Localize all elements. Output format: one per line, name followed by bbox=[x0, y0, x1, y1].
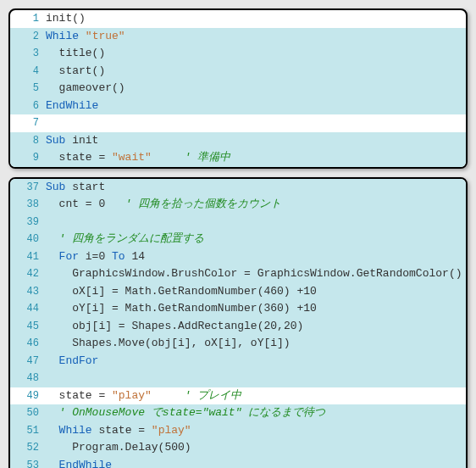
code-block-0: 1init()2While "true"3 title()4 start()5 … bbox=[8, 8, 468, 169]
code-line: 2While "true" bbox=[10, 28, 466, 46]
line-number: 5 bbox=[10, 81, 46, 98]
line-number: 43 bbox=[10, 284, 46, 301]
line-number: 38 bbox=[10, 197, 46, 214]
code-content bbox=[46, 114, 466, 131]
code-line: 38 cnt = 0 ' 四角を拾った個数をカウント bbox=[10, 196, 466, 214]
line-number: 53 bbox=[10, 458, 46, 469]
code-line: 46 Shapes.Move(obj[i], oX[i], oY[i]) bbox=[10, 335, 466, 353]
line-number: 45 bbox=[10, 319, 46, 336]
line-number: 49 bbox=[10, 388, 46, 405]
code-content: GraphicsWindow.BrushColor = GraphicsWind… bbox=[46, 265, 466, 282]
code-line: 50 ' OnMouseMove でstate="wait" になるまで待つ bbox=[10, 404, 466, 422]
code-line: 5 gameover() bbox=[10, 80, 466, 98]
code-content: Sub start bbox=[46, 179, 466, 196]
line-number: 48 bbox=[10, 370, 46, 387]
code-line: 52 Program.Delay(500) bbox=[10, 439, 466, 457]
code-line: 9 state = "wait" ' 準備中 bbox=[10, 149, 466, 167]
code-content: While state = "play" bbox=[46, 422, 466, 439]
code-line: 3 title() bbox=[10, 45, 466, 63]
code-content: start() bbox=[46, 63, 466, 80]
line-number: 52 bbox=[10, 440, 46, 457]
line-number: 3 bbox=[10, 46, 46, 63]
code-content: oX[i] = Math.GetRandomNumber(460) +10 bbox=[46, 283, 466, 300]
line-number: 47 bbox=[10, 354, 46, 370]
line-number: 39 bbox=[10, 214, 46, 231]
line-number: 50 bbox=[10, 405, 46, 422]
line-number: 2 bbox=[10, 29, 46, 46]
code-line: 8Sub init bbox=[10, 132, 466, 150]
code-content: Sub init bbox=[46, 132, 466, 149]
code-line: 7 bbox=[10, 114, 466, 132]
code-content: gameover() bbox=[46, 80, 466, 97]
line-number: 42 bbox=[10, 266, 46, 283]
code-content: While "true" bbox=[46, 28, 466, 45]
line-number: 37 bbox=[10, 180, 46, 197]
line-number: 7 bbox=[10, 115, 46, 132]
code-block-1: 37Sub start38 cnt = 0 ' 四角を拾った個数をカウント39 … bbox=[8, 177, 468, 469]
line-number: 40 bbox=[10, 231, 46, 248]
code-line: 40 ' 四角をランダムに配置する bbox=[10, 231, 466, 248]
code-line: 45 obj[i] = Shapes.AddRectangle(20,20) bbox=[10, 318, 466, 336]
code-content: ' OnMouseMove でstate="wait" になるまで待つ bbox=[46, 404, 466, 421]
line-number: 4 bbox=[10, 64, 46, 81]
code-line: 39 bbox=[10, 214, 466, 231]
code-line: 49 state = "play" ' プレイ中 bbox=[10, 387, 466, 405]
line-number: 44 bbox=[10, 301, 46, 318]
line-number: 51 bbox=[10, 423, 46, 440]
code-line: 48 bbox=[10, 370, 466, 387]
code-line: 47 EndFor bbox=[10, 353, 466, 370]
code-line: 37Sub start bbox=[10, 179, 466, 197]
code-line: 1init() bbox=[10, 10, 466, 28]
line-number: 46 bbox=[10, 336, 46, 353]
code-content: title() bbox=[46, 45, 466, 62]
code-content bbox=[46, 214, 466, 231]
code-line: 51 While state = "play" bbox=[10, 422, 466, 440]
code-content: obj[i] = Shapes.AddRectangle(20,20) bbox=[46, 318, 466, 335]
code-content: ' 四角をランダムに配置する bbox=[46, 231, 466, 248]
code-line: 53 EndWhile bbox=[10, 457, 466, 469]
code-content: state = "play" ' プレイ中 bbox=[46, 387, 466, 404]
code-line: 6EndWhile bbox=[10, 98, 466, 115]
code-content: state = "wait" ' 準備中 bbox=[46, 149, 466, 166]
line-number: 6 bbox=[10, 98, 46, 115]
code-content: init() bbox=[46, 10, 466, 27]
code-content: oY[i] = Math.GetRandomNumber(360) +10 bbox=[46, 300, 466, 317]
code-content: For i=0 To 14 bbox=[46, 248, 466, 265]
line-number: 41 bbox=[10, 249, 46, 266]
code-line: 43 oX[i] = Math.GetRandomNumber(460) +10 bbox=[10, 283, 466, 301]
line-number: 9 bbox=[10, 150, 46, 167]
line-number: 1 bbox=[10, 11, 46, 28]
code-content: Program.Delay(500) bbox=[46, 439, 466, 456]
code-content bbox=[46, 370, 466, 387]
code-line: 42 GraphicsWindow.BrushColor = GraphicsW… bbox=[10, 265, 466, 283]
line-number: 8 bbox=[10, 133, 46, 150]
code-content: cnt = 0 ' 四角を拾った個数をカウント bbox=[46, 196, 466, 213]
code-line: 44 oY[i] = Math.GetRandomNumber(360) +10 bbox=[10, 300, 466, 318]
code-line: 41 For i=0 To 14 bbox=[10, 248, 466, 266]
code-line: 4 start() bbox=[10, 63, 466, 81]
code-content: EndWhile bbox=[46, 457, 466, 469]
code-content: Shapes.Move(obj[i], oX[i], oY[i]) bbox=[46, 335, 466, 352]
code-content: EndWhile bbox=[46, 98, 466, 114]
code-content: EndFor bbox=[46, 353, 466, 370]
